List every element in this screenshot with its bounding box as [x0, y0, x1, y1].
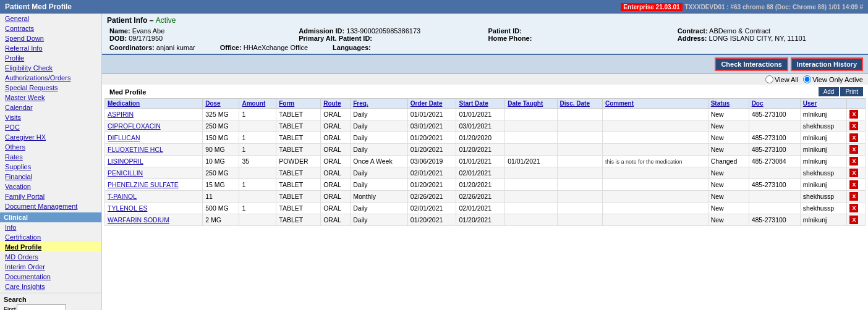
med-name[interactable]: ASPIRIN [105, 109, 203, 120]
col-header-user[interactable]: User [800, 99, 847, 109]
med-date-taught [505, 179, 557, 191]
med-start-date: 03/01/2021 [456, 120, 505, 132]
delete-button[interactable]: X [849, 110, 858, 119]
sidebar-item-rates[interactable]: Rates [0, 152, 101, 162]
sidebar-item-md-orders[interactable]: MD Orders [0, 252, 101, 262]
sidebar-item-special-requests[interactable]: Special Requests [0, 83, 101, 93]
sidebar-item-eligibility-check[interactable]: Eligibility Check [0, 63, 101, 73]
med-name-link[interactable]: PENICILLIN [108, 169, 143, 177]
col-header-comment[interactable]: Comment [602, 99, 708, 109]
delete-btn[interactable]: X [847, 120, 866, 132]
col-header-date-taught[interactable]: Date Taught [505, 99, 557, 109]
sidebar-item-others[interactable]: Others [0, 142, 101, 152]
col-header-medication[interactable]: Medication [105, 99, 203, 109]
col-header-status[interactable]: Status [708, 99, 749, 109]
delete-button[interactable]: X [849, 122, 858, 130]
delete-btn[interactable]: X [847, 109, 866, 120]
sidebar-item-info[interactable]: Info [0, 222, 101, 232]
delete-button[interactable]: X [849, 145, 858, 154]
col-header-freq-[interactable]: Freq. [351, 99, 408, 109]
sidebar-item-care-insights[interactable]: Care Insights [0, 282, 101, 291]
delete-btn[interactable]: X [847, 167, 866, 179]
sidebar-item-document-management[interactable]: Document Management [0, 201, 101, 211]
sidebar-item-contracts[interactable]: Contracts [0, 23, 101, 33]
sidebar-item-documentation[interactable]: Documentation [0, 272, 101, 282]
med-name-link[interactable]: DIFLUCAN [108, 134, 140, 141]
delete-button[interactable]: X [849, 157, 858, 165]
col-header-dose[interactable]: Dose [203, 99, 239, 109]
view-all-option[interactable]: View All [765, 75, 798, 83]
sidebar-item-med-profile[interactable]: Med Profile [0, 242, 101, 252]
delete-button[interactable]: X [849, 204, 858, 212]
sidebar-item-supplies[interactable]: Supplies [0, 162, 101, 172]
med-name-link[interactable]: ASPIRIN [108, 111, 134, 118]
delete-btn[interactable]: X [847, 214, 866, 226]
sidebar-item-certification[interactable]: Certification [0, 232, 101, 242]
check-interactions-button[interactable]: Check Interactions [715, 57, 788, 71]
med-name[interactable]: CIPROFLOXACIN [105, 120, 203, 132]
sidebar-item-referral-info[interactable]: Referral Info [0, 43, 101, 53]
delete-btn[interactable]: X [847, 179, 866, 191]
delete-button[interactable]: X [849, 192, 858, 201]
delete-button[interactable]: X [849, 180, 858, 189]
med-name[interactable]: WARFARIN SODIUM [105, 214, 203, 226]
delete-button[interactable]: X [849, 216, 858, 224]
med-order-date: 02/01/2021 [407, 167, 456, 179]
med-name[interactable]: FLUOXETINE HCL [105, 144, 203, 156]
add-button[interactable]: Add [819, 87, 840, 96]
delete-btn[interactable]: X [847, 191, 866, 203]
med-name[interactable]: DIFLUCAN [105, 132, 203, 144]
view-all-radio[interactable] [765, 75, 773, 83]
sidebar-item-master-week[interactable]: Master Week [0, 93, 101, 103]
sidebar-item-general[interactable]: General [0, 14, 101, 23]
col-header-disc--date[interactable]: Disc. Date [557, 99, 602, 109]
sidebar-item-poc[interactable]: POC [0, 122, 101, 132]
med-doc [749, 167, 800, 179]
first-name-input[interactable] [17, 304, 66, 310]
med-freq: Daily [351, 214, 408, 226]
print-button[interactable]: Print [840, 87, 863, 96]
col-header-order-date[interactable]: Order Date [407, 99, 456, 109]
delete-btn[interactable]: X [847, 144, 866, 156]
col-header-form[interactable]: Form [276, 99, 321, 109]
med-name[interactable]: PENICILLIN [105, 167, 203, 179]
sidebar-item-profile[interactable]: Profile [0, 53, 101, 63]
med-comment [602, 191, 708, 203]
sidebar-item-spend-down[interactable]: Spend Down [0, 33, 101, 43]
delete-btn[interactable]: X [847, 156, 866, 167]
med-name-link[interactable]: WARFARIN SODIUM [108, 216, 169, 224]
med-name[interactable]: TYLENOL ES [105, 203, 203, 214]
med-name-link[interactable]: LISINOPRIL [108, 157, 143, 165]
med-name-link[interactable]: T-PAINOL [108, 193, 137, 200]
delete-button[interactable]: X [849, 133, 858, 142]
med-name[interactable]: T-PAINOL [105, 191, 203, 203]
sidebar-item-caregiver-hx[interactable]: Caregiver HX [0, 132, 101, 142]
col-header-route[interactable]: Route [321, 99, 351, 109]
med-name[interactable]: LISINOPRIL [105, 156, 203, 167]
med-name[interactable]: PHENELZINE SULFATE [105, 179, 203, 191]
delete-btn[interactable]: X [847, 132, 866, 144]
interaction-history-button[interactable]: Interaction History [791, 57, 863, 71]
sidebar-item-financial[interactable]: Financial [0, 172, 101, 182]
sidebar-item-interim-order[interactable]: Interim Order [0, 262, 101, 272]
med-disc-date [557, 167, 602, 179]
sidebar-item-calendar[interactable]: Calendar [0, 103, 101, 112]
med-doc [749, 191, 800, 203]
col-header-start-date[interactable]: Start Date [456, 99, 505, 109]
delete-button[interactable]: X [849, 169, 858, 177]
sidebar-item-visits[interactable]: Visits [0, 112, 101, 122]
med-name-link[interactable]: CIPROFLOXACIN [108, 122, 161, 130]
sidebar-item-family-portal[interactable]: Family Portal [0, 191, 101, 201]
med-dose: 15 MG [203, 179, 239, 191]
view-active-radio[interactable] [803, 75, 811, 83]
col-header-amount[interactable]: Amount [239, 99, 276, 109]
med-name-link[interactable]: TYLENOL ES [108, 204, 147, 212]
delete-btn[interactable]: X [847, 203, 866, 214]
med-amount: 1 [239, 109, 276, 120]
col-header-doc[interactable]: Doc [749, 99, 800, 109]
view-only-active-option[interactable]: View Only Active [803, 75, 863, 83]
med-name-link[interactable]: PHENELZINE SULFATE [108, 181, 179, 188]
sidebar-item-vacation[interactable]: Vacation [0, 182, 101, 191]
med-name-link[interactable]: FLUOXETINE HCL [108, 146, 163, 153]
sidebar-item-authorizations-orders[interactable]: Authorizations/Orders [0, 73, 101, 83]
